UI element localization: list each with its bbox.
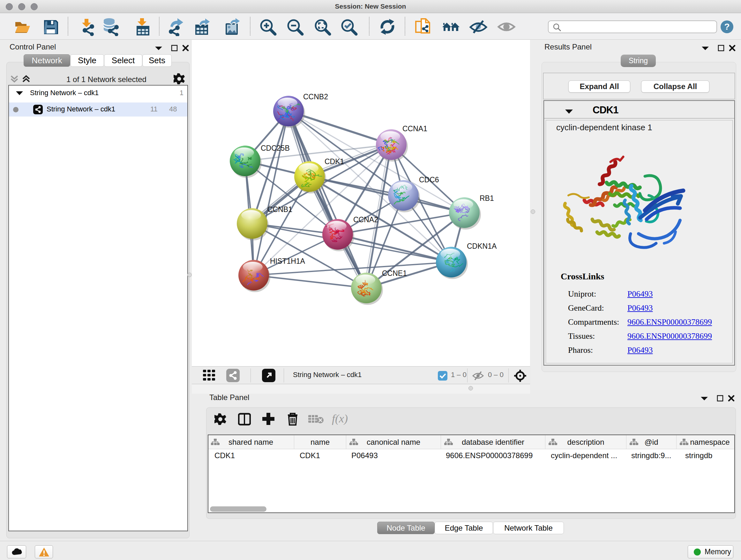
svg-text:CDK1: CDK1 bbox=[325, 158, 344, 166]
svg-text:CCNA2: CCNA2 bbox=[353, 215, 378, 224]
svg-text:CCNB1: CCNB1 bbox=[267, 205, 292, 213]
svg-text:CCNA1: CCNA1 bbox=[402, 125, 427, 133]
svg-text:CCNB2: CCNB2 bbox=[303, 92, 328, 101]
svg-text:CDC25B: CDC25B bbox=[261, 144, 290, 152]
svg-text:CDC6: CDC6 bbox=[419, 176, 439, 184]
svg-text:CDKN1A: CDKN1A bbox=[467, 242, 497, 250]
svg-text:HIST1H1A: HIST1H1A bbox=[270, 257, 306, 265]
svg-text:CCNE1: CCNE1 bbox=[382, 269, 407, 277]
svg-text:RB1: RB1 bbox=[480, 194, 494, 202]
